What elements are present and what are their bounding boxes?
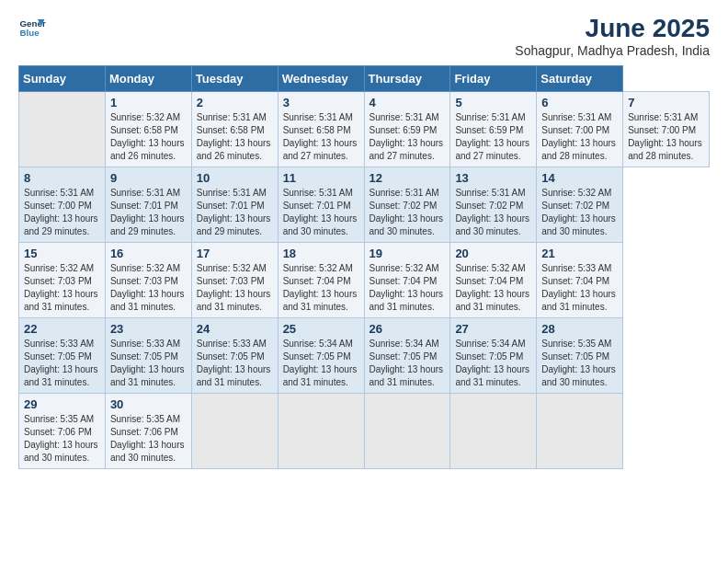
day-info: Sunrise: 5:32 AM Sunset: 7:02 PM Dayligh… [541,187,618,238]
week-row-1: 1Sunrise: 5:32 AM Sunset: 6:58 PM Daylig… [19,92,710,167]
day-cell: 23Sunrise: 5:33 AM Sunset: 7:05 PM Dayli… [105,318,191,394]
day-cell: 19Sunrise: 5:32 AM Sunset: 7:04 PM Dayli… [364,243,450,318]
day-info: Sunrise: 5:35 AM Sunset: 7:06 PM Dayligh… [24,413,100,465]
header-cell-thursday: Thursday [364,66,450,92]
calendar-table: SundayMondayTuesdayWednesdayThursdayFrid… [18,65,710,469]
week-row-2: 8Sunrise: 5:31 AM Sunset: 7:00 PM Daylig… [19,167,710,243]
day-cell: 5Sunrise: 5:31 AM Sunset: 6:59 PM Daylig… [450,92,537,167]
day-info: Sunrise: 5:32 AM Sunset: 7:03 PM Dayligh… [110,262,187,314]
day-info: Sunrise: 5:31 AM Sunset: 6:58 PM Dayligh… [283,111,359,163]
day-number: 18 [283,247,359,260]
day-number: 13 [455,171,531,185]
logo-icon: General Blue [18,14,46,41]
day-number: 6 [541,96,618,109]
day-info: Sunrise: 5:31 AM Sunset: 7:01 PM Dayligh… [110,187,187,238]
day-number: 3 [283,96,359,109]
day-number: 15 [24,247,100,260]
header-row: SundayMondayTuesdayWednesdayThursdayFrid… [19,66,710,92]
day-number: 7 [628,96,704,109]
day-cell: 21Sunrise: 5:33 AM Sunset: 7:04 PM Dayli… [537,243,623,318]
day-number: 29 [24,397,100,411]
day-number: 12 [370,171,446,185]
day-cell: 8Sunrise: 5:31 AM Sunset: 7:00 PM Daylig… [19,167,106,243]
day-info: Sunrise: 5:31 AM Sunset: 7:01 PM Dayligh… [197,187,273,238]
day-cell [450,394,537,469]
day-number: 16 [110,247,187,260]
day-info: Sunrise: 5:33 AM Sunset: 7:05 PM Dayligh… [197,338,273,389]
day-info: Sunrise: 5:31 AM Sunset: 7:01 PM Dayligh… [283,187,359,238]
day-cell: 12Sunrise: 5:31 AM Sunset: 7:02 PM Dayli… [364,167,450,243]
day-cell: 27Sunrise: 5:34 AM Sunset: 7:05 PM Dayli… [450,318,537,394]
day-cell: 29Sunrise: 5:35 AM Sunset: 7:06 PM Dayli… [19,394,106,469]
day-cell: 4Sunrise: 5:31 AM Sunset: 6:59 PM Daylig… [364,92,450,167]
week-row-5: 29Sunrise: 5:35 AM Sunset: 7:06 PM Dayli… [19,394,710,469]
day-info: Sunrise: 5:32 AM Sunset: 7:04 PM Dayligh… [455,262,531,314]
page: General Blue June 2025 Sohagpur, Madhya … [0,0,728,483]
day-info: Sunrise: 5:32 AM Sunset: 7:04 PM Dayligh… [370,262,446,314]
svg-text:Blue: Blue [20,28,40,38]
day-number: 17 [197,247,273,260]
logo: General Blue [18,14,46,41]
day-number: 9 [110,171,187,185]
header-cell-monday: Monday [105,66,191,92]
day-cell [537,394,623,469]
day-cell: 1Sunrise: 5:32 AM Sunset: 6:58 PM Daylig… [105,92,191,167]
day-number: 10 [197,171,273,185]
day-number: 23 [110,322,187,336]
day-info: Sunrise: 5:34 AM Sunset: 7:05 PM Dayligh… [283,338,359,389]
day-number: 25 [283,322,359,336]
day-cell: 18Sunrise: 5:32 AM Sunset: 7:04 PM Dayli… [278,243,364,318]
day-number: 14 [541,171,618,185]
day-number: 5 [455,96,531,109]
day-cell: 17Sunrise: 5:32 AM Sunset: 7:03 PM Dayli… [191,243,278,318]
day-info: Sunrise: 5:31 AM Sunset: 6:58 PM Dayligh… [197,111,273,163]
week-row-4: 22Sunrise: 5:33 AM Sunset: 7:05 PM Dayli… [19,318,710,394]
day-cell: 28Sunrise: 5:35 AM Sunset: 7:05 PM Dayli… [537,318,623,394]
day-number: 22 [24,322,100,336]
week-row-3: 15Sunrise: 5:32 AM Sunset: 7:03 PM Dayli… [19,243,710,318]
day-info: Sunrise: 5:31 AM Sunset: 7:00 PM Dayligh… [628,111,704,163]
day-info: Sunrise: 5:31 AM Sunset: 7:00 PM Dayligh… [541,111,618,163]
day-cell: 11Sunrise: 5:31 AM Sunset: 7:01 PM Dayli… [278,167,364,243]
day-number: 4 [370,96,446,109]
day-info: Sunrise: 5:35 AM Sunset: 7:05 PM Dayligh… [541,338,618,389]
day-cell: 26Sunrise: 5:34 AM Sunset: 7:05 PM Dayli… [364,318,450,394]
main-title: June 2025 [515,14,710,43]
day-info: Sunrise: 5:32 AM Sunset: 7:04 PM Dayligh… [283,262,359,314]
day-cell: 3Sunrise: 5:31 AM Sunset: 6:58 PM Daylig… [278,92,364,167]
day-cell: 15Sunrise: 5:32 AM Sunset: 7:03 PM Dayli… [19,243,106,318]
day-number: 1 [110,96,187,109]
day-cell: 30Sunrise: 5:35 AM Sunset: 7:06 PM Dayli… [105,394,191,469]
day-info: Sunrise: 5:32 AM Sunset: 7:03 PM Dayligh… [197,262,273,314]
day-number: 19 [370,247,446,260]
day-cell: 22Sunrise: 5:33 AM Sunset: 7:05 PM Dayli… [19,318,106,394]
day-info: Sunrise: 5:31 AM Sunset: 7:00 PM Dayligh… [24,187,100,238]
header-cell-wednesday: Wednesday [278,66,364,92]
day-cell [19,92,106,167]
day-cell: 2Sunrise: 5:31 AM Sunset: 6:58 PM Daylig… [191,92,278,167]
day-cell: 14Sunrise: 5:32 AM Sunset: 7:02 PM Dayli… [537,167,623,243]
day-number: 21 [541,247,618,260]
day-info: Sunrise: 5:35 AM Sunset: 7:06 PM Dayligh… [110,413,187,465]
day-number: 8 [24,171,100,185]
day-info: Sunrise: 5:32 AM Sunset: 7:03 PM Dayligh… [24,262,100,314]
day-cell: 13Sunrise: 5:31 AM Sunset: 7:02 PM Dayli… [450,167,537,243]
day-cell [364,394,450,469]
day-cell [278,394,364,469]
day-cell: 10Sunrise: 5:31 AM Sunset: 7:01 PM Dayli… [191,167,278,243]
day-cell [191,394,278,469]
header-cell-friday: Friday [450,66,537,92]
day-info: Sunrise: 5:31 AM Sunset: 6:59 PM Dayligh… [370,111,446,163]
subtitle: Sohagpur, Madhya Pradesh, India [515,43,710,58]
day-info: Sunrise: 5:32 AM Sunset: 6:58 PM Dayligh… [110,111,187,163]
title-area: June 2025 Sohagpur, Madhya Pradesh, Indi… [515,14,710,58]
header-cell-saturday: Saturday [537,66,623,92]
day-number: 11 [283,171,359,185]
day-cell: 16Sunrise: 5:32 AM Sunset: 7:03 PM Dayli… [105,243,191,318]
day-cell: 20Sunrise: 5:32 AM Sunset: 7:04 PM Dayli… [450,243,537,318]
day-number: 2 [197,96,273,109]
day-number: 27 [455,322,531,336]
day-info: Sunrise: 5:33 AM Sunset: 7:05 PM Dayligh… [110,338,187,389]
day-info: Sunrise: 5:31 AM Sunset: 7:02 PM Dayligh… [455,187,531,238]
day-info: Sunrise: 5:31 AM Sunset: 7:02 PM Dayligh… [370,187,446,238]
